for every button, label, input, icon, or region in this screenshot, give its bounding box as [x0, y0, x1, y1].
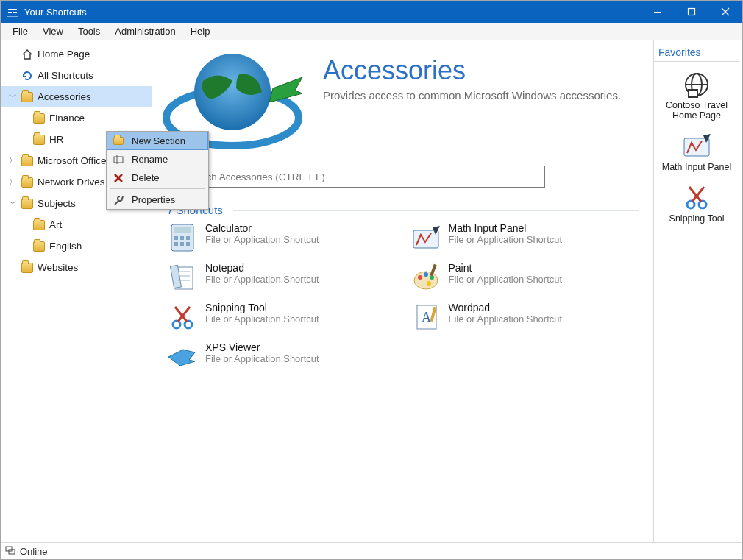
home-icon [21, 49, 33, 60]
shortcut-subtitle: File or Application Shortcut [449, 274, 563, 285]
folder-icon [33, 135, 45, 145]
minimize-button[interactable] [641, 1, 675, 23]
svg-rect-1 [8, 9, 17, 10]
close-button[interactable] [708, 1, 742, 23]
shortcut-grid: CalculatorFile or Application Shortcut M… [163, 222, 639, 372]
wordpad-icon: A [410, 302, 441, 333]
search-input[interactable] [163, 166, 545, 188]
shortcut-subtitle: File or Application Shortcut [449, 313, 563, 325]
chevron-down-icon[interactable]: ﹀ [8, 91, 17, 102]
page-subtitle: Provides access to common Microsoft Wind… [323, 89, 621, 102]
svg-rect-18 [180, 242, 184, 246]
shortcut-xps-viewer[interactable]: XPS ViewerFile or Application Shortcut [167, 341, 396, 372]
folder-icon [33, 113, 45, 124]
shortcut-title: Wordpad [449, 302, 563, 313]
favorite-snipping-tool[interactable]: Snipping Tool [654, 182, 739, 224]
math-icon [657, 131, 736, 162]
svg-rect-13 [174, 227, 191, 233]
maximize-button[interactable] [675, 1, 708, 23]
menu-view[interactable]: View [35, 23, 71, 40]
favorite-label: Math Input Panel [657, 162, 736, 172]
favorite-math-input-panel[interactable]: Math Input Panel [654, 131, 739, 172]
ctx-label: New Section [132, 135, 185, 146]
svg-rect-15 [180, 236, 184, 240]
shortcut-title: Paint [449, 262, 563, 274]
menu-help[interactable]: Help [183, 23, 218, 40]
svg-rect-31 [430, 264, 436, 276]
chevron-right-icon[interactable]: 〉 [8, 155, 17, 166]
ctx-label: Rename [132, 154, 168, 165]
shortcut-subtitle: File or Application Shortcut [205, 234, 319, 245]
chevron-right-icon[interactable]: 〉 [8, 177, 17, 188]
sidebar-item-home-page[interactable]: ▸ Home Page [1, 43, 152, 65]
shortcut-subtitle: File or Application Shortcut [205, 353, 319, 364]
folder-icon [21, 177, 33, 188]
sidebar-item-art[interactable]: Art [1, 214, 152, 235]
shortcut-title: XPS Viewer [205, 341, 319, 353]
sidebar-item-english[interactable]: English [1, 235, 152, 257]
new-folder-icon [113, 135, 124, 147]
svg-rect-5 [689, 9, 695, 15]
sidebar: ▸ Home Page ▸ All Shortcuts ﹀ Accessorie… [1, 40, 152, 542]
sidebar-item-label: Finance [49, 113, 85, 124]
folder-icon [21, 156, 33, 166]
menu-administration[interactable]: Administration [107, 23, 182, 40]
shortcut-snipping-tool[interactable]: Snipping ToolFile or Application Shortcu… [167, 302, 396, 333]
paint-icon [410, 262, 441, 293]
folder-icon [21, 263, 33, 273]
svg-rect-14 [174, 236, 178, 240]
svg-point-27 [418, 275, 422, 280]
svg-rect-19 [186, 242, 190, 246]
svg-rect-2 [8, 12, 12, 13]
sidebar-item-all-shortcuts[interactable]: ▸ All Shortcuts [1, 65, 152, 86]
section-header: 7 Shortcuts [167, 204, 639, 216]
ctx-delete[interactable]: Delete [107, 169, 208, 187]
wrench-icon [113, 194, 124, 206]
chevron-down-icon[interactable]: ﹀ [8, 198, 17, 209]
favorite-label: Contoso Travel Home Page [657, 100, 736, 121]
ctx-properties[interactable]: Properties [107, 191, 208, 209]
favorite-label: Snipping Tool [657, 213, 736, 224]
context-menu: New Section Rename Delete Properties [106, 131, 209, 210]
svg-point-30 [427, 281, 431, 286]
ctx-new-section[interactable]: New Section [107, 132, 208, 150]
shortcut-title: Calculator [205, 222, 319, 234]
sidebar-item-label: English [49, 241, 82, 252]
sidebar-item-label: Accessories [38, 91, 91, 102]
sidebar-item-websites[interactable]: ▸ Websites [1, 257, 152, 278]
status-text: Online [20, 546, 48, 557]
menu-tools[interactable]: Tools [71, 23, 107, 40]
folder-icon [21, 92, 33, 102]
folder-icon [21, 199, 33, 209]
sidebar-item-label: Home Page [38, 49, 90, 60]
svg-rect-17 [174, 242, 178, 246]
ctx-rename[interactable]: Rename [107, 150, 208, 169]
menubar: File View Tools Administration Help [1, 23, 742, 40]
statusbar: Online [1, 542, 742, 559]
status-icon [5, 545, 15, 558]
shortcut-subtitle: File or Application Shortcut [205, 313, 319, 325]
sidebar-item-accessories[interactable]: ﹀ Accessories [1, 86, 152, 107]
svg-rect-4 [654, 12, 661, 13]
shortcut-paint[interactable]: PaintFile or Application Shortcut [410, 262, 639, 293]
sidebar-item-finance[interactable]: Finance [1, 107, 152, 129]
content-pane: Accessories Provides access to common Mi… [152, 40, 654, 542]
shortcut-math-input-panel[interactable]: Math Input PanelFile or Application Shor… [410, 222, 639, 253]
titlebar: Your Shortcuts [1, 1, 742, 23]
window-title: Your Shortcuts [24, 7, 87, 18]
shortcut-notepad[interactable]: NotepadFile or Application Shortcut [167, 262, 396, 293]
shortcut-calculator[interactable]: CalculatorFile or Application Shortcut [167, 222, 396, 253]
favorites-panel: Favorites Contoso Travel Home Page Math … [654, 40, 742, 542]
sidebar-item-label: Websites [38, 262, 78, 273]
app-window: Your Shortcuts File View Tools Administr… [0, 0, 743, 560]
shortcut-wordpad[interactable]: A WordpadFile or Application Shortcut [410, 302, 639, 333]
shortcut-subtitle: File or Application Shortcut [449, 234, 563, 245]
refresh-icon [21, 70, 33, 82]
shortcut-subtitle: File or Application Shortcut [205, 274, 319, 285]
sidebar-item-label: Microsoft Office [38, 155, 107, 166]
menu-file[interactable]: File [5, 23, 35, 40]
notepad-icon [167, 262, 198, 293]
math-icon [410, 222, 441, 253]
favorite-contoso-travel[interactable]: Contoso Travel Home Page [654, 69, 739, 121]
xps-icon [167, 341, 198, 372]
